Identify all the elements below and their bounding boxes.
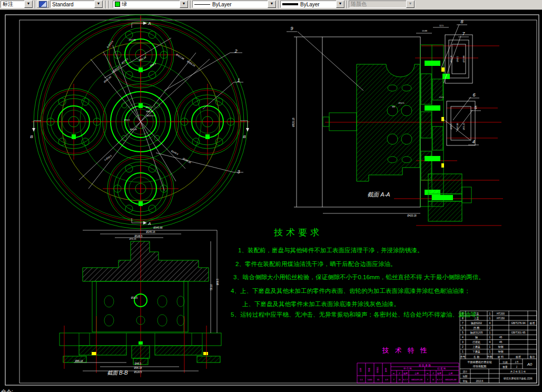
drawing-text: C0.5	[439, 96, 444, 99]
text-style-value: Standard	[52, 2, 74, 7]
linetype-combo[interactable]: ByLayer ▼	[192, 1, 277, 8]
drawing-text: 2	[489, 326, 491, 329]
drawing-text: 铸钢	[498, 350, 504, 353]
drawing-text: 3	[462, 340, 464, 344]
toolbar-separator	[347, 1, 348, 8]
drawing-text: 1	[489, 345, 491, 348]
drawing-text: 1440	[368, 378, 373, 381]
drawing-text: 铸钢	[498, 345, 504, 348]
layer-color-swatch-icon	[115, 2, 120, 7]
drawing-text: Ø12.5	[399, 102, 405, 104]
toolbar: 标注 ▼ Standard ▼ 绿 ▼ ByLayer ▼ ByLayer ▼	[0, 0, 542, 10]
drawing-text: 6	[462, 326, 464, 329]
dim-style-icon	[39, 1, 47, 7]
drawing-text: 共 2 张 第 1 张	[510, 370, 526, 373]
tech-requirement-item: 上、下磨盘及其他零件未加工表面涂底漆并涂浅灰色油漆。	[242, 300, 400, 308]
drawing-text: 5.5	[360, 378, 363, 381]
drawing-text: 8-7-7	[437, 379, 442, 381]
drawing-text: Ø38.16	[146, 110, 153, 113]
tech-requirement-item: 2、零件在装配前用煤油清洗干净，晒干后配合边面应涂油。	[235, 260, 396, 268]
drawing-text: GB10095-88	[411, 379, 422, 381]
drawing-text: 1	[462, 350, 464, 353]
drawing-text: 45	[499, 336, 502, 339]
drawing-text: Ø345.88	[153, 227, 163, 229]
drawing-text: Ø52.5	[146, 106, 152, 109]
drawing-text: 效率	[385, 368, 387, 372]
drawing-text: 名 称	[474, 355, 479, 358]
drawing-text: Ø72.88	[462, 55, 465, 63]
tech-spec-table: 技 术 特 性功率5.5转速1440传动比35效率0.9齿 轮 参 数中 心 轮…	[357, 347, 459, 383]
plot-style-combo: 随颜色 ▼	[349, 1, 415, 8]
drawing-text: HT150	[497, 317, 505, 320]
drawing-text: Ø520.18	[292, 117, 295, 127]
drawing-text: 轴承51205	[470, 331, 483, 335]
drawing-text: 12.5	[439, 24, 444, 27]
drawing-text: 1:5	[515, 361, 519, 364]
drawing-text: Ø10.5	[124, 119, 131, 121]
layer-combo[interactable]: 绿 ▼	[113, 1, 189, 8]
drawing-text: 精度	[437, 372, 441, 375]
drawing-text: Ø412.88	[175, 53, 185, 61]
drawing-text: GB10095-88	[445, 379, 457, 381]
drawing-text: Ø55.16	[462, 123, 465, 130]
drawing-text: Ø98.5	[150, 62, 157, 67]
dim-style-manager-button[interactable]	[37, 1, 49, 8]
drawing-text: 45	[499, 340, 502, 344]
dim-style-combo[interactable]: 标注 ▼	[1, 1, 33, 8]
drawing-text: m	[427, 372, 429, 375]
drawing-text: 轴承6202	[471, 321, 482, 325]
drawing-text: Ø96.18	[134, 367, 142, 369]
lineweight-dropdown-arrow-icon[interactable]: ▼	[336, 1, 344, 8]
drawing-text: 件数	[487, 355, 492, 358]
drawing-text: 研究生课程设计磨机 (2)班	[504, 377, 533, 380]
lineweight-value: ByLayer	[300, 2, 320, 7]
linetype-sample-icon	[194, 4, 210, 5]
drawing-text: Ø12.88	[129, 38, 136, 41]
text-style-combo[interactable]: Standard ▼	[50, 1, 103, 8]
text-style-dropdown-arrow-icon[interactable]: ▼	[94, 1, 103, 8]
drawing-text: 5	[474, 105, 477, 110]
drawing-text: Ø76.18	[129, 238, 136, 240]
drawing-text: 行 星 轮	[437, 367, 446, 370]
drawing-text: 备注	[530, 355, 535, 358]
drawing-text: 1	[489, 350, 491, 353]
drawing-text: 标准	[515, 355, 521, 359]
drawing-text: B	[30, 134, 33, 139]
drawing-text: Ø62.5	[456, 56, 459, 62]
drawing-text: 截面 B-B	[107, 370, 128, 376]
command-line-fragment: 命令:	[1, 388, 64, 392]
dim-style-dropdown-arrow-icon[interactable]: ▼	[24, 1, 33, 8]
tech-requirement-item: 4、上、下磨盘及其他未加工的零件内表面、齿轮的为加工表面涂底漆并涂红色耐油油漆；	[231, 287, 470, 295]
drawing-text: Ø48.5	[135, 362, 142, 365]
drawing-text: Ø148.5	[171, 150, 179, 155]
drawing-text: 8	[460, 19, 463, 24]
drawing-text: 35	[377, 378, 380, 381]
drawing-text: 设计	[463, 370, 468, 373]
drawing-text: GB/T276-94	[511, 321, 525, 325]
drawing-text: Ø35.5	[450, 123, 452, 130]
drawing-text: 制图	[463, 375, 468, 378]
drawing-text: Ø86.18	[75, 360, 83, 362]
drawing-text: 上磨盘	[472, 345, 480, 348]
drawing-text: A	[147, 221, 151, 226]
layer-value: 绿	[122, 1, 127, 8]
drawing-text: 公差	[415, 372, 419, 375]
lineweight-combo[interactable]: ByLayer ▼	[280, 1, 345, 8]
layer-dropdown-arrow-icon[interactable]: ▼	[180, 1, 188, 8]
drawing-text: 平面研磨机行星齿轮	[467, 360, 492, 364]
drawing-text: 行星轮	[472, 340, 480, 344]
drawing-text: 31	[432, 379, 434, 381]
drawing-text: 材 料	[497, 355, 504, 359]
drawing-text: B	[243, 134, 246, 139]
linetype-dropdown-arrow-icon[interactable]: ▼	[268, 1, 276, 8]
drawing-text: 公差	[449, 372, 453, 375]
toolbar-separator	[278, 1, 279, 8]
drawing-text: 2	[462, 345, 464, 348]
drawing-text: 20	[398, 379, 400, 381]
drawing-canvas[interactable]: AABB213Ø345.88Ø298.16Ø270.5Ø412.88Ø386.1…	[0, 0, 542, 392]
toolbar-separator	[35, 1, 36, 8]
drawing-text: 传动装配图	[473, 365, 487, 368]
drawing-text: A0	[527, 362, 533, 367]
drawing-text: 2	[234, 48, 237, 54]
title-block: 平面研磨机行星齿轮传动装配图比例1:5数量1A0设计共 2 张 第 1 张制图研…	[460, 359, 537, 383]
